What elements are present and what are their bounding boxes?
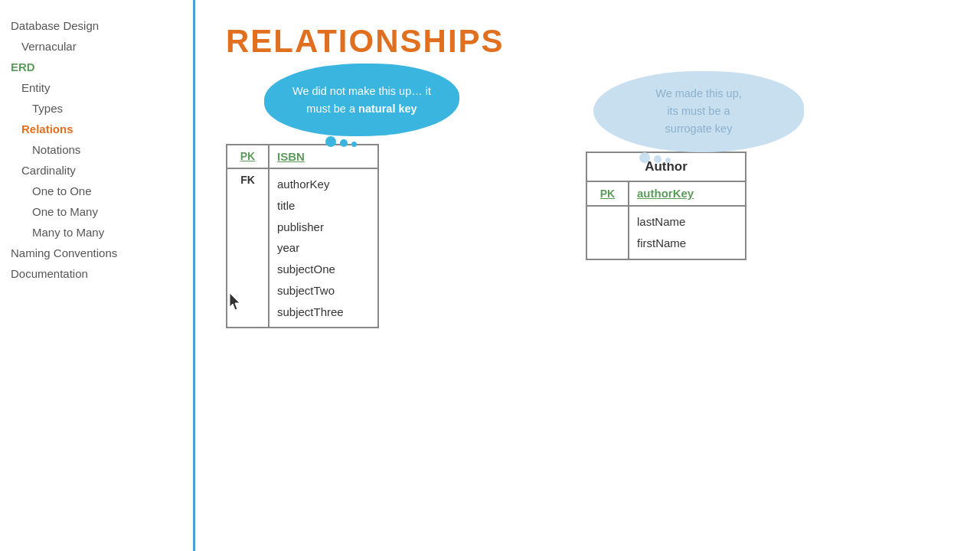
sidebar-item-erd[interactable]: ERD <box>8 57 185 77</box>
surrogate-key-text-1: We made this up, <box>655 85 742 103</box>
author-table-data-rows: lastName firstName <box>587 207 745 259</box>
author-table: Author PK authorKey lastName firstName <box>586 152 746 260</box>
cursor <box>230 293 243 313</box>
surrogate-key-bubble: We made this up, its must be a surrogate… <box>593 71 812 152</box>
field-publisher: publisher <box>277 217 370 238</box>
author-pk-value: authorKey <box>629 182 745 205</box>
field-year: year <box>277 237 370 259</box>
svg-marker-0 <box>230 293 240 310</box>
main-content: RELATIONSHIPS We did not make this up… i… <box>195 0 980 551</box>
surrogate-key-text-3: surrogate key <box>665 120 733 138</box>
sidebar-item-naming-conventions[interactable]: Naming Conventions <box>8 243 185 263</box>
sidebar-item-one-to-one[interactable]: One to One <box>8 181 185 201</box>
author-fields-col: lastName firstName <box>629 207 745 259</box>
book-pk-label: PK <box>227 145 270 168</box>
author-table-container: We made this up, its must be a surrogate… <box>586 152 746 260</box>
field-subjectthree: subjectThree <box>277 302 370 323</box>
book-table-data-rows: FK authorKey title publisher year subjec… <box>227 169 377 327</box>
sidebar-item-relations[interactable]: Relations <box>8 119 185 139</box>
field-lastname: lastName <box>637 211 737 233</box>
sidebar: Database Design Vernacular ERD Entity Ty… <box>0 0 195 551</box>
surrogate-key-bubble-body: We made this up, its must be a surrogate… <box>593 71 804 152</box>
author-data-pk-col <box>587 207 629 259</box>
sidebar-item-entity[interactable]: Entity <box>8 77 185 98</box>
field-subjectone: subjectOne <box>277 259 370 280</box>
natural-key-bubble-body: We did not make this up… it must be a na… <box>264 64 459 136</box>
sidebar-item-many-to-many[interactable]: Many to Many <box>8 222 185 243</box>
tables-area: We did not make this up… it must be a na… <box>226 83 949 328</box>
sidebar-item-cardinality[interactable]: Cardinality <box>8 160 185 181</box>
surrogate-key-text-2: its must be a <box>667 103 730 120</box>
book-table: PK ISBN FK authorKey title publisher yea… <box>226 144 379 328</box>
author-table-header-row: PK authorKey <box>587 182 745 207</box>
field-subjecttwo: subjectTwo <box>277 280 370 302</box>
sidebar-item-database-design[interactable]: Database Design <box>8 15 185 36</box>
page-title: RELATIONSHIPS <box>226 23 949 60</box>
field-firstname: firstName <box>637 233 737 254</box>
sidebar-item-documentation[interactable]: Documentation <box>8 263 185 284</box>
book-table-header-row: PK ISBN <box>227 145 377 169</box>
sidebar-item-types[interactable]: Types <box>8 98 185 119</box>
sidebar-item-vernacular[interactable]: Vernacular <box>8 36 185 57</box>
book-isbn-value: ISBN <box>270 145 377 168</box>
author-pk-label: PK <box>587 182 629 205</box>
book-table-container: We did not make this up… it must be a na… <box>226 144 379 328</box>
book-fields-col: authorKey title publisher year subjectOn… <box>270 169 377 327</box>
field-title: title <box>277 195 370 217</box>
sidebar-item-notations[interactable]: Notations <box>8 139 185 160</box>
natural-key-text: We did not make this up… it must be a na… <box>283 83 441 117</box>
sidebar-item-one-to-many[interactable]: One to Many <box>8 201 185 222</box>
field-authorkey: authorKey <box>277 174 370 195</box>
natural-key-bubble: We did not make this up… it must be a na… <box>264 64 471 136</box>
